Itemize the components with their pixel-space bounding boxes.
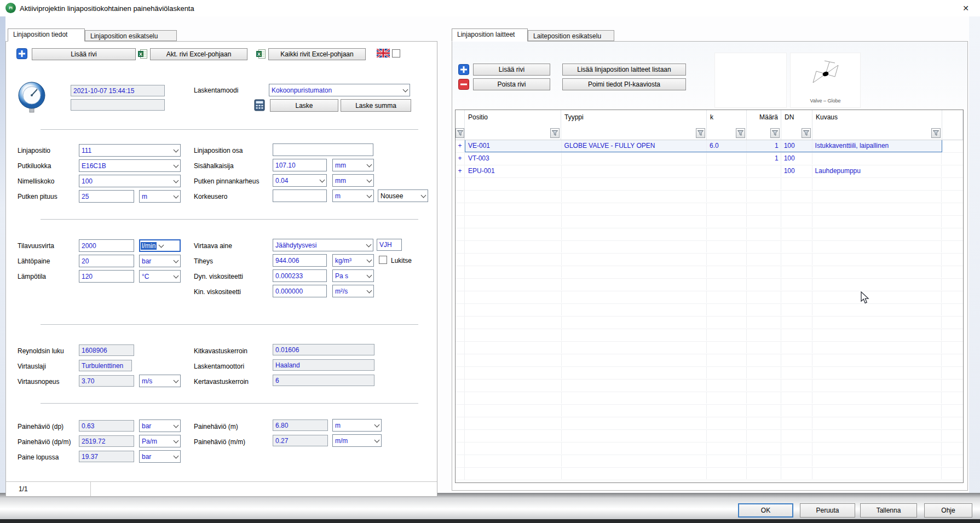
putkiluokka-combo[interactable]: E16C1B	[79, 159, 181, 172]
column-header-k[interactable]: k	[707, 110, 747, 124]
add-row-icon[interactable]	[16, 48, 27, 61]
kin-viskositeetti-unit-combo[interactable]: m²/s	[332, 285, 374, 297]
table-row[interactable]: +VT-0031100	[456, 153, 963, 165]
painehavio-dpm-unit-combo[interactable]: Pa/m	[139, 435, 181, 447]
filter-funnel-icon[interactable]	[931, 128, 941, 138]
nimelliskoko-combo[interactable]: 100	[79, 175, 181, 187]
filter-funnel-icon[interactable]	[770, 128, 780, 138]
laskentamoodi-combo[interactable]: Kokoonpuristumaton	[269, 84, 410, 96]
virtausnopeus-unit-combo[interactable]: m/s	[139, 375, 181, 387]
tiheys-input[interactable]: 944.006	[273, 254, 327, 267]
table-empty-row[interactable]	[456, 455, 963, 468]
table-empty-row[interactable]	[456, 216, 963, 228]
table-empty-row[interactable]	[456, 405, 963, 417]
korkeusero-unit-combo[interactable]: m	[332, 189, 374, 202]
filter-funnel-icon[interactable]	[802, 128, 811, 138]
table-empty-row[interactable]	[456, 329, 963, 342]
english-language-checkbox[interactable]	[392, 49, 400, 58]
remove-row-icon[interactable]	[458, 79, 469, 91]
column-header-expand[interactable]	[456, 110, 465, 124]
table-empty-row[interactable]	[456, 417, 963, 430]
virtaava-aine-combo[interactable]: Jäähdytysvesi	[273, 239, 373, 251]
painehavio-dp-unit-combo[interactable]: bar	[139, 419, 181, 432]
tilavuusvirta-unit-combo[interactable]: l/min	[139, 239, 181, 252]
table-empty-row[interactable]	[456, 317, 963, 329]
filter-funnel-icon[interactable]	[736, 128, 745, 138]
table-empty-row[interactable]	[456, 228, 963, 241]
row-expand-cell[interactable]: +	[456, 153, 465, 165]
table-empty-row[interactable]	[456, 304, 963, 317]
table-empty-row[interactable]	[456, 254, 963, 266]
pinnankarheus-combo[interactable]: 0.04	[273, 174, 327, 187]
putken-pituus-unit-combo[interactable]: m	[139, 190, 181, 203]
tilavuusvirta-input[interactable]: 2000	[79, 239, 134, 252]
table-empty-row[interactable]	[456, 367, 963, 380]
row-expand-cell[interactable]: +	[456, 165, 465, 177]
add-row-button[interactable]: Lisää rivi	[32, 48, 136, 60]
tab-linjaposition-tiedot[interactable]: Linjaposition tiedot	[8, 28, 85, 42]
table-empty-row[interactable]	[456, 442, 963, 455]
lukitse-checkbox[interactable]	[379, 256, 387, 264]
row-expand-cell[interactable]: +	[456, 140, 465, 152]
pinnankarheus-unit-combo[interactable]: mm	[332, 174, 374, 187]
table-empty-row[interactable]	[456, 203, 963, 216]
column-header-positio[interactable]: Positio	[465, 110, 561, 124]
lahtopaine-input[interactable]: 20	[79, 255, 134, 267]
tiheys-unit-combo[interactable]: kg/m³	[332, 254, 374, 267]
filter-funnel-icon[interactable]	[696, 128, 705, 138]
close-button[interactable]: ✕	[954, 0, 978, 16]
tab-laiteposition-esikatselu[interactable]: Laiteposition esikatselu	[528, 30, 614, 41]
painehavio-mm-unit-combo[interactable]: m/m	[332, 434, 382, 447]
column-header-kuvaus[interactable]: Kuvaus	[812, 110, 942, 124]
tab-linjaposition-esikatselu[interactable]: Linjaposition esikatselu	[85, 30, 177, 41]
save-button[interactable]: Tallenna	[860, 503, 917, 518]
ok-button[interactable]: OK	[738, 503, 793, 518]
lampotila-input[interactable]: 120	[79, 270, 134, 283]
sisahalkaisija-unit-combo[interactable]: mm	[332, 159, 374, 171]
device-remove-row-button[interactable]: Poista rivi	[473, 78, 550, 90]
uk-flag-icon[interactable]	[377, 49, 390, 59]
korkeusero-input[interactable]	[273, 189, 327, 202]
add-row-icon[interactable]	[458, 64, 469, 77]
putken-pituus-input[interactable]: 25	[79, 190, 134, 203]
table-row[interactable]: +VE-001GLOBE VALVE - FULLY OPEN6.01100Is…	[456, 140, 963, 153]
paine-lopussa-unit-combo[interactable]: bar	[139, 450, 181, 463]
dyn-viskositeetti-input[interactable]: 0.000233	[273, 269, 327, 282]
table-empty-row[interactable]	[456, 191, 963, 203]
dyn-viskositeetti-unit-combo[interactable]: Pa s	[332, 269, 374, 282]
all-rows-to-excel-button[interactable]: Kaikki rivit Excel-pohjaan	[268, 48, 366, 60]
virtaava-aine-code-field[interactable]: VJH	[377, 239, 402, 251]
painehavio-m-unit-combo[interactable]: m	[332, 419, 382, 432]
lampotila-unit-combo[interactable]: °C	[139, 270, 181, 283]
table-empty-row[interactable]	[456, 392, 963, 405]
table-empty-row[interactable]	[456, 380, 963, 392]
pick-from-pid-button[interactable]: Poimi tiedot PI-kaaviosta	[562, 78, 686, 90]
help-button[interactable]: Ohje	[924, 503, 972, 518]
cancel-button[interactable]: Peruuta	[800, 503, 855, 518]
lahtopaine-unit-combo[interactable]: bar	[139, 255, 181, 267]
filter-funnel-icon[interactable]	[456, 128, 464, 138]
column-header-maara[interactable]: Määrä	[747, 110, 781, 124]
column-header-tyyppi[interactable]: Tyyppi	[561, 110, 707, 124]
column-header-dn[interactable]: DN	[781, 110, 812, 124]
active-row-to-excel-button[interactable]: Akt. rivi Excel-pohjaan	[150, 48, 247, 60]
laske-summa-button[interactable]: Laske summa	[341, 99, 411, 112]
laske-button[interactable]: Laske	[270, 99, 338, 112]
tab-linjaposition-laitteet[interactable]: Linjaposition laitteet	[452, 28, 528, 42]
table-empty-row[interactable]	[456, 291, 963, 304]
table-empty-row[interactable]	[456, 354, 963, 367]
table-empty-row[interactable]	[456, 241, 963, 254]
table-empty-row[interactable]	[456, 430, 963, 442]
table-empty-row[interactable]	[456, 178, 963, 191]
filter-funnel-icon[interactable]	[550, 128, 560, 138]
device-add-row-button[interactable]: Lisää rivi	[473, 64, 550, 76]
linjaposition-osa-input[interactable]	[273, 143, 373, 156]
add-devices-to-list-button[interactable]: Lisää linjaposition laitteet listaan	[562, 64, 686, 76]
column-header-pad[interactable]	[942, 110, 963, 124]
linjapositio-combo[interactable]: 111	[79, 144, 181, 157]
table-empty-row[interactable]	[456, 279, 963, 291]
table-empty-row[interactable]	[456, 468, 963, 480]
korkeusero-direction-combo[interactable]: Nousee	[378, 189, 428, 202]
kin-viskositeetti-input[interactable]: 0.000000	[273, 285, 327, 297]
table-empty-row[interactable]	[456, 266, 963, 279]
